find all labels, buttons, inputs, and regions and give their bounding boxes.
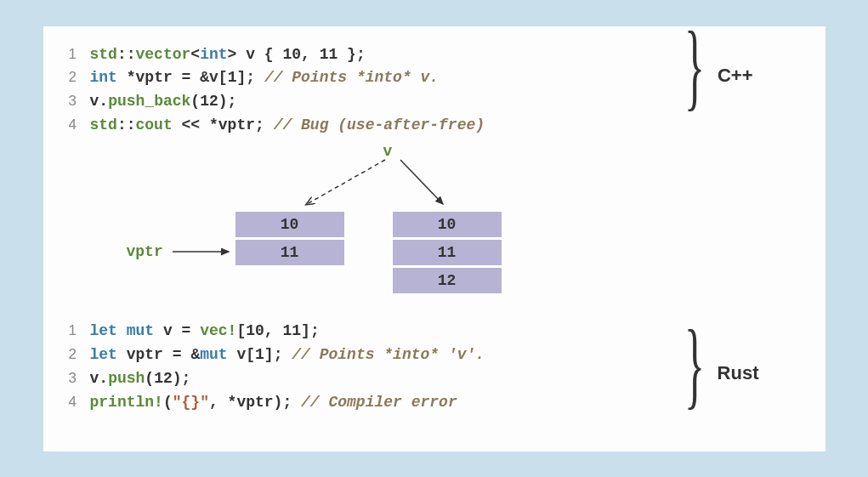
line-number: 2 bbox=[69, 66, 90, 88]
code-token bbox=[163, 344, 173, 367]
vptr-label: vptr bbox=[127, 243, 163, 260]
code-token: 10 bbox=[282, 43, 301, 67]
right-cell-1: 11 bbox=[392, 239, 502, 266]
code-token: . bbox=[99, 90, 108, 114]
code-token: ( bbox=[163, 391, 173, 415]
code-token bbox=[117, 66, 127, 90]
code-token: & bbox=[190, 344, 200, 367]
code-token: , bbox=[301, 43, 310, 67]
lang-label-rust: Rust bbox=[718, 362, 759, 384]
code-token: ; bbox=[310, 320, 320, 344]
code-token: } bbox=[347, 43, 356, 67]
line-number: 2 bbox=[69, 344, 90, 366]
code-token: ; bbox=[356, 43, 366, 67]
code-token bbox=[338, 43, 347, 67]
code-token: vec! bbox=[200, 320, 236, 344]
code-token bbox=[154, 320, 163, 344]
code-token: v bbox=[209, 66, 218, 90]
code-token: push bbox=[108, 367, 145, 391]
code-token: // Points *into* v. bbox=[264, 66, 439, 90]
code-token: , bbox=[264, 320, 274, 344]
code-token: ( bbox=[190, 90, 200, 114]
code-token: { bbox=[264, 43, 274, 67]
line-number: 4 bbox=[69, 114, 90, 136]
code-token: v bbox=[90, 367, 99, 391]
code-token: let bbox=[90, 344, 117, 367]
code-token: mut bbox=[200, 344, 227, 367]
code-token: [ bbox=[236, 320, 246, 344]
code-token: ; bbox=[282, 391, 292, 415]
code-token bbox=[228, 344, 237, 367]
line-number: 4 bbox=[69, 391, 90, 413]
code-token: ; bbox=[182, 367, 191, 391]
code-token: ; bbox=[246, 66, 255, 90]
memory-diagram: v vptr 10 11 10 11 12 bbox=[69, 143, 800, 313]
code-token: [ bbox=[246, 344, 255, 367]
code-token: "{}" bbox=[173, 391, 209, 415]
code-token: std bbox=[90, 114, 117, 138]
code-token bbox=[255, 43, 264, 67]
code-token: , bbox=[209, 391, 218, 415]
code-token: v bbox=[163, 320, 173, 344]
code-token: ] bbox=[264, 344, 274, 367]
code-token: ; bbox=[255, 114, 264, 138]
code-token: ) bbox=[274, 391, 283, 415]
brace-cpp: } bbox=[684, 17, 705, 115]
code-token: :: bbox=[117, 43, 136, 67]
code-token: v bbox=[236, 344, 246, 367]
code-token: cout bbox=[136, 114, 173, 138]
code-token: [ bbox=[218, 66, 228, 90]
svg-line-1 bbox=[307, 160, 385, 204]
code-token: . bbox=[99, 367, 108, 391]
code-token: ; bbox=[274, 344, 283, 367]
svg-line-2 bbox=[400, 160, 443, 204]
code-token: int bbox=[90, 66, 117, 90]
v-label: v bbox=[383, 143, 393, 160]
code-token: < bbox=[190, 43, 200, 67]
line-number: 3 bbox=[69, 90, 90, 112]
code-token: 12 bbox=[200, 90, 218, 114]
code-token bbox=[264, 114, 274, 138]
code-token: << bbox=[182, 114, 201, 138]
code-token: * bbox=[228, 391, 237, 415]
code-token: vptr bbox=[127, 344, 163, 367]
code-token: 12 bbox=[154, 367, 173, 391]
line-number: 1 bbox=[69, 43, 90, 65]
code-token bbox=[255, 66, 264, 90]
left-cell-1: 11 bbox=[235, 239, 345, 266]
code-token: ) bbox=[173, 367, 182, 391]
code-token bbox=[173, 320, 182, 344]
code-token bbox=[190, 320, 200, 344]
code-token bbox=[173, 114, 182, 138]
code-token: vptr bbox=[136, 66, 173, 90]
code-token: vptr bbox=[218, 114, 255, 138]
code-token: * bbox=[209, 114, 218, 138]
code-token bbox=[310, 43, 320, 67]
line-number: 1 bbox=[69, 320, 90, 342]
figure-container: 1std::vector<int> v { 10, 11 };2int *vpt… bbox=[43, 26, 825, 451]
code-token bbox=[173, 66, 182, 90]
left-cell-0: 10 bbox=[235, 211, 345, 238]
code-token: ) bbox=[218, 90, 228, 114]
code-token: 1 bbox=[255, 344, 264, 367]
code-token bbox=[274, 320, 283, 344]
code-token: // Points *into* 'v'. bbox=[292, 344, 485, 367]
code-token bbox=[182, 344, 191, 367]
code-token bbox=[117, 344, 127, 367]
code-token: 11 bbox=[282, 320, 301, 344]
code-token: ] bbox=[301, 320, 310, 344]
code-token: v bbox=[246, 43, 255, 67]
code-token: 11 bbox=[320, 43, 338, 67]
code-token bbox=[282, 344, 292, 367]
code-token: 1 bbox=[228, 66, 237, 90]
code-token: v bbox=[90, 90, 99, 114]
code-token bbox=[200, 114, 209, 138]
code-token: let mut bbox=[90, 320, 155, 344]
code-token bbox=[236, 43, 246, 67]
line-number: 3 bbox=[69, 367, 90, 389]
code-token: vptr bbox=[236, 391, 273, 415]
code-token: = bbox=[182, 66, 191, 90]
code-token: vector bbox=[136, 43, 191, 67]
code-token: > bbox=[228, 43, 237, 67]
code-token: :: bbox=[117, 114, 136, 138]
